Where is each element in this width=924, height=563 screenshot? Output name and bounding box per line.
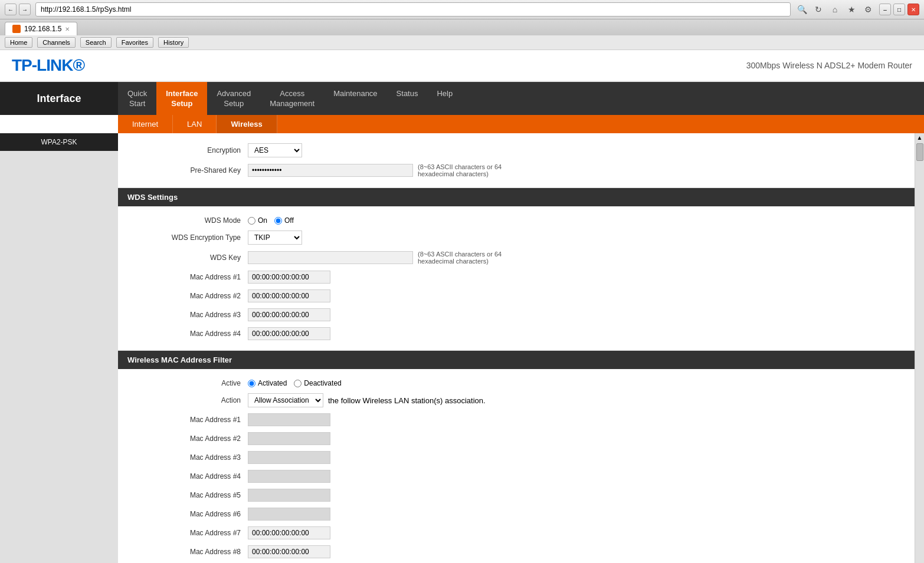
filter-mac1-input[interactable] <box>248 413 330 426</box>
filter-mac2-label: Mac Address #2 <box>130 434 248 443</box>
pre-shared-key-input[interactable] <box>248 164 413 177</box>
filter-mac7-input[interactable] <box>248 526 330 539</box>
filter-mac4-control <box>248 470 330 483</box>
wds-key-hint: (8~63 ASCII characters or 64hexadecimal … <box>418 251 502 265</box>
nav-quick-start[interactable]: Quick Start <box>118 82 156 115</box>
nav-access-label: Access <box>280 89 304 98</box>
wds-mac2-label: Mac Address #2 <box>130 292 248 300</box>
filter-mac3-label: Mac Address #3 <box>130 453 248 462</box>
toolbar-search[interactable]: Search <box>80 37 112 48</box>
sub-nav-wireless[interactable]: Wireless <box>217 115 277 133</box>
wds-mode-on-label[interactable]: On <box>248 216 267 225</box>
sub-nav-lan[interactable]: LAN <box>173 115 217 133</box>
filter-mac8-input[interactable] <box>248 545 330 558</box>
sub-nav-internet-label: Internet <box>132 120 158 129</box>
maximize-button[interactable]: □ <box>893 4 905 15</box>
encryption-select[interactable]: AES TKIP AES+TKIP <box>248 143 302 157</box>
mac-deactivated-radio[interactable] <box>294 380 302 387</box>
mac-action-row: Action Allow Association Deny Associatio… <box>118 390 915 410</box>
sub-nav-internet[interactable]: Internet <box>118 115 173 133</box>
filter-mac2-input[interactable] <box>248 432 330 445</box>
filter-mac1-label: Mac Address #1 <box>130 416 248 424</box>
wds-mac4-input[interactable] <box>248 327 330 340</box>
tab-close-button[interactable]: ✕ <box>65 26 70 32</box>
pre-shared-key-hint: (8~63 ASCII characters or 64hexadecimal … <box>418 163 502 177</box>
wds-mac1-input[interactable] <box>248 271 330 284</box>
mac-deactivated-label[interactable]: Deactivated <box>294 379 341 387</box>
filter-mac8-control <box>248 545 330 558</box>
wds-section: WDS Mode On Off <box>118 206 915 351</box>
toolbar-home[interactable]: Home <box>5 37 32 48</box>
logo-text: TP-LINK® <box>12 56 84 74</box>
wds-section-header: WDS Settings <box>118 188 915 206</box>
filter-mac1-row: Mac Address #1 <box>118 410 915 429</box>
wds-mode-off-radio[interactable] <box>274 217 282 225</box>
nav-status[interactable]: Status <box>387 82 428 115</box>
scroll-up-button[interactable]: ▲ <box>916 133 924 142</box>
filter-mac7-control <box>248 526 330 539</box>
settings-icon[interactable]: ⚙ <box>861 3 874 16</box>
refresh-icon[interactable]: ↻ <box>812 3 825 16</box>
nav-status-label: Status <box>397 89 418 98</box>
close-button[interactable]: ✕ <box>907 4 919 15</box>
favorites-icon[interactable]: ★ <box>845 3 858 16</box>
pre-shared-key-row: Pre-Shared Key (8~63 ASCII characters or… <box>118 160 915 180</box>
encryption-label: Encryption <box>130 146 248 154</box>
wds-encryption-select[interactable]: TKIP AES AES+TKIP <box>248 231 302 245</box>
wds-key-label: WDS Key <box>130 253 248 262</box>
back-button[interactable]: ← <box>5 4 17 15</box>
content-with-scroll: Encryption AES TKIP AES+TKIP Pre-Shared … <box>118 133 924 563</box>
nav-interface-setup-label2: Setup <box>171 99 192 108</box>
filter-mac5-input[interactable] <box>248 489 330 502</box>
mac-activated-radio[interactable] <box>248 380 255 387</box>
tp-link-logo: TP-LINK® <box>12 56 84 75</box>
nav-maintenance[interactable]: Maintenance <box>324 82 386 115</box>
wds-encryption-label: WDS Encryption Type <box>130 233 248 242</box>
wds-mode-on-radio[interactable] <box>248 217 255 225</box>
nav-advanced-setup[interactable]: Advanced Setup <box>207 82 260 115</box>
encryption-section: Encryption AES TKIP AES+TKIP Pre-Shared … <box>118 133 915 188</box>
wds-mode-off-label[interactable]: Off <box>274 216 294 225</box>
wds-key-input[interactable] <box>248 251 413 264</box>
mac-action-control: Allow Association Deny Association the f… <box>248 393 486 407</box>
wds-mode-off-text: Off <box>284 216 294 225</box>
nav-access-management[interactable]: Access Management <box>260 82 324 115</box>
scrollbar[interactable]: ▲ ▼ <box>915 133 924 563</box>
content-layout: WPA2-PSK Encryption AES TKIP AES+TKIP <box>0 133 924 563</box>
filter-mac5-label: Mac Address #5 <box>130 491 248 499</box>
wds-mac2-input[interactable] <box>248 289 330 302</box>
filter-mac6-input[interactable] <box>248 508 330 521</box>
url-text: http://192.168.1.5/rpSys.html <box>41 5 131 14</box>
home-icon[interactable]: ⌂ <box>828 3 841 16</box>
browser-tab[interactable]: 192.168.1.5 ✕ <box>5 22 77 35</box>
scroll-thumb[interactable] <box>916 143 923 161</box>
mac-action-select[interactable]: Allow Association Deny Association <box>248 393 323 407</box>
search-icon[interactable]: 🔍 <box>795 3 808 16</box>
nav-side-title: Interface <box>0 82 118 115</box>
filter-mac4-input[interactable] <box>248 470 330 483</box>
nav-maintenance-label: Maintenance <box>333 89 377 98</box>
wds-mac1-row: Mac Address #1 <box>118 268 915 287</box>
mac-activated-label[interactable]: Activated <box>248 379 287 387</box>
tab-favicon <box>12 25 21 33</box>
forward-button[interactable]: → <box>19 4 31 15</box>
main-content: Encryption AES TKIP AES+TKIP Pre-Shared … <box>118 133 915 563</box>
filter-mac2-row: Mac Address #2 <box>118 429 915 448</box>
nav-help-label: Help <box>437 89 453 98</box>
nav-access-label2: Management <box>270 99 314 108</box>
wds-mac3-input[interactable] <box>248 308 330 321</box>
nav-help[interactable]: Help <box>427 82 462 115</box>
toolbar-channels[interactable]: Channels <box>37 37 75 48</box>
wds-section-title: WDS Settings <box>127 193 178 202</box>
nav-items: Quick Start Interface Setup Advanced Set… <box>118 82 924 115</box>
side-panel: WPA2-PSK <box>0 133 118 563</box>
nav-interface-setup[interactable]: Interface Setup <box>156 82 207 115</box>
filter-mac3-row: Mac Address #3 <box>118 448 915 467</box>
wds-mode-on-text: On <box>258 216 267 225</box>
filter-mac3-input[interactable] <box>248 451 330 464</box>
toolbar-history[interactable]: History <box>158 37 189 48</box>
address-bar[interactable]: http://192.168.1.5/rpSys.html <box>35 2 791 17</box>
wds-mac4-label: Mac Address #4 <box>130 330 248 338</box>
toolbar-favorites[interactable]: Favorites <box>116 37 153 48</box>
minimize-button[interactable]: – <box>879 4 891 15</box>
